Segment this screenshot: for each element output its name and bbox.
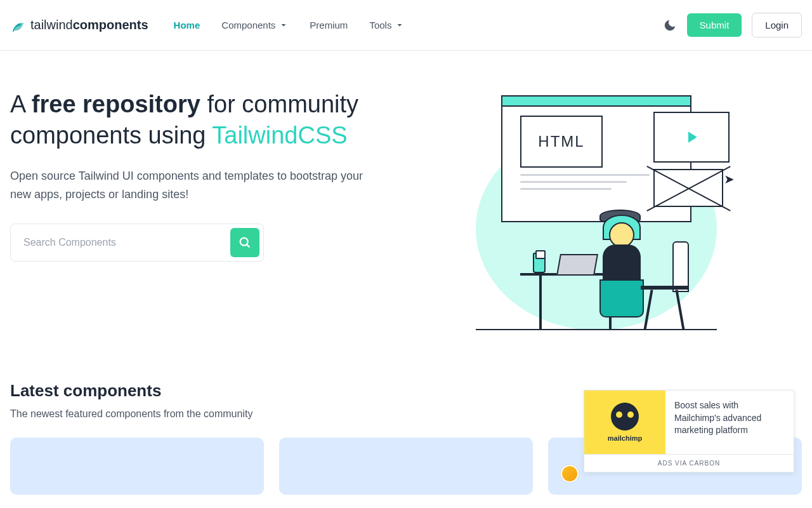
nav-components[interactable]: Components	[221, 20, 288, 30]
svg-line-1	[247, 245, 249, 248]
illus-chair	[641, 241, 691, 330]
avatar[interactable]	[561, 465, 579, 483]
dark-mode-toggle[interactable]	[663, 18, 677, 32]
illus-image-box	[653, 169, 723, 207]
chair-back	[672, 241, 689, 292]
leaf-icon	[10, 18, 25, 33]
chevron-down-icon	[279, 21, 288, 30]
svg-point-0	[240, 238, 248, 246]
nav-tools[interactable]: Tools	[369, 20, 404, 30]
nav-premium-label: Premium	[310, 20, 348, 30]
illus-video-box	[653, 112, 730, 163]
hero-illustration-wrap: HTML ➤	[391, 89, 802, 343]
ad-brand: mailchimp	[608, 434, 642, 442]
ad-body: mailchimp Boost sales with Mailchimp's a…	[584, 391, 794, 454]
illus-floor-line	[476, 329, 717, 330]
hero-section: A free repository for community componen…	[0, 51, 812, 368]
illus-legs	[599, 279, 644, 318]
component-card[interactable]	[10, 438, 264, 495]
search-button[interactable]	[230, 228, 259, 257]
illus-cup	[533, 253, 546, 273]
header-left: tailwindcomponents Home Components Premi…	[10, 18, 404, 33]
nav-premium[interactable]: Premium	[310, 20, 348, 30]
header: tailwindcomponents Home Components Premi…	[0, 0, 812, 51]
ad-attribution[interactable]: ADS VIA CARBON	[584, 454, 794, 472]
illus-table-leg	[539, 273, 542, 330]
hero-t4: TailwindCSS	[212, 122, 347, 149]
hero-illustration: HTML ➤	[463, 89, 730, 343]
hero-t2: free repository	[32, 91, 200, 117]
ad-image: mailchimp	[584, 391, 665, 454]
hero-t1: A	[10, 91, 32, 117]
login-button[interactable]: Login	[752, 13, 802, 37]
carbon-ad[interactable]: mailchimp Boost sales with Mailchimp's a…	[584, 390, 794, 472]
hero-title: A free repository for community componen…	[10, 89, 365, 152]
hero-subtitle: Open source Tailwind UI components and t…	[10, 167, 365, 204]
search-form	[10, 224, 264, 262]
nav-components-label: Components	[221, 20, 275, 30]
illus-html-box: HTML	[520, 116, 603, 168]
nav-home-label: Home	[174, 20, 200, 30]
ad-text: Boost sales with Mailchimp's advanced ma…	[665, 391, 794, 454]
logo-text-light: tailwind	[30, 18, 73, 32]
mailchimp-icon	[611, 403, 639, 431]
illus-body	[603, 244, 641, 283]
header-right: Submit Login	[663, 13, 802, 37]
logo[interactable]: tailwindcomponents	[10, 18, 148, 33]
nav-tools-label: Tools	[369, 20, 391, 30]
search-icon	[238, 236, 252, 250]
chair-seat	[641, 286, 689, 290]
component-card[interactable]	[279, 438, 533, 495]
illus-text-lines	[520, 174, 672, 195]
logo-text-bold: components	[73, 18, 148, 32]
search-input[interactable]	[15, 229, 230, 256]
hero-content: A free repository for community componen…	[10, 89, 365, 343]
submit-button[interactable]: Submit	[687, 13, 742, 37]
nav-home[interactable]: Home	[174, 20, 200, 30]
illus-window-bar	[502, 97, 690, 107]
chair-leg	[675, 290, 684, 330]
illus-head	[609, 222, 634, 248]
play-icon	[682, 128, 701, 147]
main-nav: Home Components Premium Tools	[174, 20, 405, 30]
cursor-icon: ➤	[724, 171, 735, 187]
chevron-down-icon	[395, 21, 404, 30]
chair-leg	[643, 290, 653, 330]
